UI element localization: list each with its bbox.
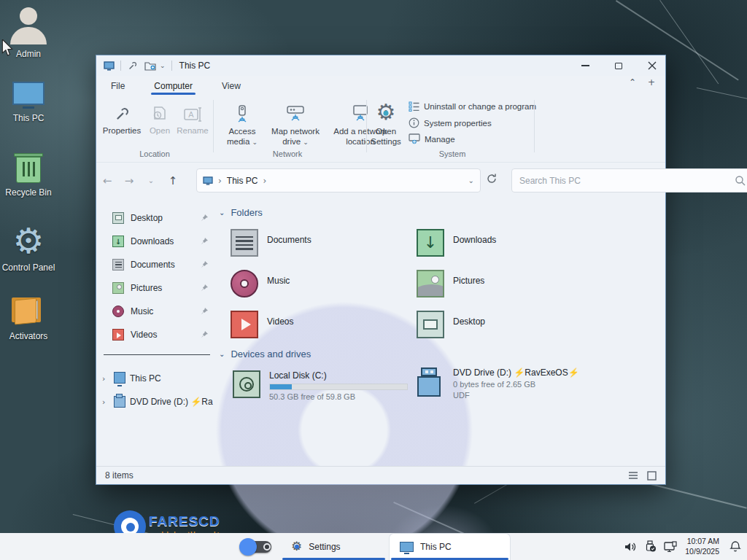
address-toolbar: ← → ⌄ ↑ › This PC › ⌄ — [96, 163, 665, 198]
display-connect-icon[interactable] — [664, 541, 678, 553]
rename-button[interactable]: A Rename — [174, 101, 212, 135]
search-input[interactable] — [519, 176, 735, 186]
pin-icon[interactable] — [200, 330, 209, 339]
nav-item-music[interactable]: Music — [112, 301, 209, 322]
desktop-icon-activators[interactable]: Activators — [0, 295, 57, 341]
address-bar[interactable]: › This PC › ⌄ — [196, 168, 481, 192]
folder-tile-pictures[interactable]: Pictures — [417, 270, 484, 298]
manage-link[interactable]: Manage — [409, 133, 455, 144]
volume-icon[interactable] — [624, 541, 638, 553]
titlebar[interactable]: ⌄ This PC — [96, 55, 665, 76]
pin-icon[interactable] — [200, 237, 209, 246]
nav-tree-this-pc[interactable]: › This PC — [102, 368, 213, 389]
folder-tile-videos[interactable]: Videos — [231, 311, 293, 338]
clock[interactable]: 10:07 AM 10/9/2025 — [685, 537, 719, 556]
properties-button[interactable]: Properties — [101, 101, 143, 135]
tab-view[interactable]: View — [220, 78, 242, 94]
media-device-icon — [219, 101, 266, 123]
computer-icon — [0, 82, 57, 109]
pin-icon[interactable] — [200, 284, 209, 292]
desktop-icon-control-panel[interactable]: ⚙ Control Panel — [0, 223, 57, 273]
taskbar-button-this-pc[interactable]: This PC — [389, 533, 511, 560]
chevron-down-icon[interactable]: ⌄ — [160, 62, 166, 69]
nav-tree-dvd-drive[interactable]: › DVD Drive (D:) ⚡Ra — [102, 392, 213, 412]
desktop-icon-this-pc[interactable]: This PC — [0, 82, 57, 123]
maximize-button[interactable] — [613, 60, 624, 71]
wrench-icon[interactable] — [127, 61, 138, 71]
wallpaper-crack — [697, 88, 747, 106]
uninstall-program-link[interactable]: Uninstall or change a program — [409, 101, 536, 112]
chevron-down-icon: ⌄ — [219, 350, 225, 358]
breadcrumb-this-pc[interactable]: This PC — [227, 176, 258, 186]
svg-text:A: A — [188, 110, 194, 119]
map-network-drive-button[interactable]: Map network drive ⌄ — [266, 101, 325, 147]
notifications-icon[interactable] — [729, 540, 741, 553]
search-icon[interactable] — [735, 175, 746, 187]
details-view-icon[interactable] — [628, 471, 638, 480]
search-box[interactable] — [511, 168, 747, 192]
section-header-folders[interactable]: ⌄ Folders — [219, 207, 263, 218]
rename-icon: A — [174, 101, 212, 123]
file-explorer-window: ⌄ This PC File Computer View ⌃ + — [96, 55, 666, 485]
close-button[interactable] — [646, 60, 658, 71]
add-tab-icon[interactable]: + — [648, 77, 655, 88]
drive-tile-dvd[interactable]: DVD Drive (D:) ⚡RavExeOS⚡ 0 bytes free o… — [415, 368, 579, 400]
trash-icon — [0, 153, 57, 183]
desktop-icon-label: This PC — [0, 113, 57, 123]
new-folder-icon[interactable] — [144, 61, 156, 71]
taskbar-button-settings[interactable]: ⚙ Settings — [281, 533, 387, 560]
desktop-icon-recycle-bin[interactable]: Recycle Bin — [0, 153, 57, 198]
nav-item-pictures[interactable]: Pictures — [112, 278, 209, 298]
pin-icon[interactable] — [200, 214, 209, 222]
chevron-right-icon: › — [218, 176, 222, 186]
collapse-ribbon-icon[interactable]: ⌃ — [629, 77, 636, 88]
forward-icon[interactable]: → — [118, 174, 140, 187]
expand-icon[interactable]: › — [102, 397, 109, 407]
desktop-icon — [417, 311, 444, 338]
start-toggle[interactable] — [239, 538, 273, 556]
tab-file[interactable]: File — [109, 78, 126, 94]
disk-usage-bar — [269, 384, 408, 390]
up-icon[interactable]: ↑ — [162, 174, 184, 187]
documents-icon — [112, 259, 124, 271]
expand-icon[interactable]: › — [102, 374, 109, 384]
folder-tile-documents[interactable]: Documents — [231, 229, 311, 257]
open-icon — [144, 101, 175, 123]
content-pane: ⌄ Folders Documents ↓ Downloads Music — [213, 198, 667, 467]
drive-tile-local-disk[interactable]: Local Disk (C:) 50.3 GB free of 59.8 GB — [233, 370, 408, 401]
open-settings-button[interactable]: ⚙ OpenSettings — [365, 101, 407, 147]
safely-remove-hardware-icon[interactable] — [645, 540, 657, 553]
nav-item-desktop[interactable]: Desktop — [112, 208, 209, 228]
system-properties-link[interactable]: System properties — [409, 117, 492, 128]
pin-icon[interactable] — [200, 260, 209, 269]
navigation-pane: Desktop ↓ Downloads Documents Pictures — [96, 198, 213, 467]
divider — [213, 100, 214, 152]
back-icon[interactable]: ← — [96, 174, 118, 187]
folder-tile-music[interactable]: Music — [231, 270, 290, 298]
statusbar: 8 items — [96, 466, 665, 484]
hard-disk-icon — [233, 370, 260, 398]
nav-item-videos[interactable]: Videos — [112, 324, 209, 345]
dvd-drive-icon — [114, 396, 125, 408]
open-button[interactable]: Open — [144, 101, 175, 135]
recent-locations-icon[interactable]: ⌄ — [140, 176, 162, 184]
tab-computer[interactable]: Computer — [152, 78, 194, 94]
ribbon-tabs: File Computer View — [96, 76, 665, 96]
refresh-icon[interactable] — [486, 173, 498, 184]
downloads-icon: ↓ — [112, 236, 124, 247]
minimize-button[interactable] — [579, 60, 591, 71]
access-media-button[interactable]: Access media ⌄ — [219, 101, 266, 147]
music-icon — [231, 270, 258, 298]
nav-item-downloads[interactable]: ↓ Downloads — [112, 231, 209, 252]
address-dropdown-icon[interactable]: ⌄ — [468, 176, 474, 184]
folder-tile-downloads[interactable]: ↓ Downloads — [417, 229, 496, 257]
nav-item-documents[interactable]: Documents — [112, 254, 209, 275]
section-header-devices[interactable]: ⌄ Devices and drives — [219, 349, 311, 359]
pin-icon[interactable] — [200, 307, 209, 316]
folder-tile-desktop[interactable]: Desktop — [417, 311, 485, 338]
desktop-icon — [112, 212, 124, 224]
dvd-drive-icon — [415, 368, 444, 398]
chevron-right-icon[interactable]: › — [263, 176, 267, 186]
tray-date-text: 10/9/2025 — [685, 547, 719, 556]
large-icons-view-icon[interactable] — [647, 471, 657, 481]
